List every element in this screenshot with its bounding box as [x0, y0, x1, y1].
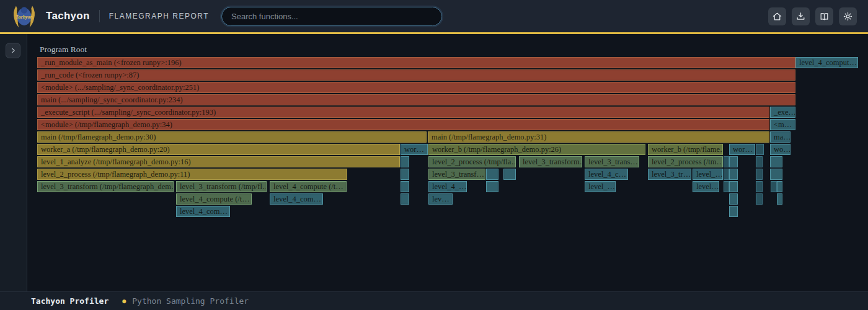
flame-frame[interactable]: level…	[693, 181, 719, 192]
flame-frame[interactable]	[724, 181, 729, 192]
flamegraph-canvas[interactable]: Program Root _run_module_as_main (<froze…	[27, 34, 868, 291]
flame-frame[interactable]: _run_code (<frozen runpy>:87)	[37, 69, 795, 81]
flame-frame[interactable]	[401, 156, 409, 167]
flame-frame[interactable]: main (/tmp/flamegraph_demo.py:30)	[37, 131, 427, 143]
flame-frame[interactable]: <module> (/tmp/flamegraph_demo.py:34)	[37, 119, 769, 130]
report-type-label: FLAMEGRAPH REPORT	[109, 12, 209, 20]
flame-frame[interactable]	[756, 193, 763, 205]
sidebar-expand-button[interactable]	[6, 43, 20, 58]
flame-frame[interactable]: level_1_analyze (/tmp/flamegraph_demo.py…	[37, 156, 400, 167]
flame-frame[interactable]: level_4_compute (/t…	[176, 193, 252, 205]
svg-text:Tachyon: Tachyon	[16, 14, 33, 20]
flame-frame[interactable]: level_3_trans…	[585, 156, 639, 167]
status-app-name: Tachyon Profiler	[31, 296, 108, 306]
flame-frame[interactable]: level_2_process (/tm…	[648, 156, 723, 167]
status-bar: Tachyon Profiler ● Python Sampling Profi…	[0, 291, 868, 310]
flame-frame[interactable]	[756, 169, 763, 180]
flame-frame[interactable]: worker_a (/tmp/flamegraph_demo.py:20)	[37, 144, 400, 155]
flame-frame[interactable]	[486, 169, 498, 180]
status-dot-icon: ●	[122, 298, 126, 304]
flame-frame[interactable]: worker_b (/tmp/flamegraph_demo.py:26)	[428, 144, 645, 155]
app-title: Tachyon	[46, 10, 90, 22]
flame-frame[interactable]: level_3_transform…	[519, 156, 582, 167]
flame-frame[interactable]: <m…	[770, 119, 795, 130]
flame-frame[interactable]	[729, 193, 738, 205]
flame-frame[interactable]	[756, 181, 763, 192]
flame-frame[interactable]: main (/tmp/flamegraph_demo.py:31)	[428, 131, 769, 143]
flame-frame[interactable]: main (.../sampling/_sync_coordinator.py:…	[37, 94, 795, 105]
flame-frame[interactable]	[724, 156, 729, 167]
docs-button[interactable]	[815, 7, 833, 25]
flame-frame[interactable]	[770, 156, 782, 167]
flame-frame[interactable]: lev…	[428, 193, 453, 205]
flame-frame[interactable]	[770, 169, 782, 180]
flame-frame[interactable]	[777, 181, 782, 192]
flame-frame[interactable]: level_4_com…	[270, 193, 323, 205]
flame-frame[interactable]: _execute_script (.../sampling/_sync_coor…	[37, 107, 769, 118]
status-subtitle: Python Sampling Profiler	[132, 296, 249, 306]
flame-frame[interactable]: _exe…	[770, 107, 795, 118]
flame-frame[interactable]: level_4_…	[428, 181, 467, 192]
flame-frame[interactable]	[401, 169, 409, 180]
flame-frame[interactable]	[777, 193, 782, 205]
flame-frame[interactable]: level_4_comput…	[795, 57, 858, 68]
flame-frame[interactable]: wor…	[729, 144, 755, 155]
flame-frame[interactable]: _run_module_as_main (<frozen runpy>:196)	[37, 57, 795, 68]
flame-frame[interactable]	[729, 169, 738, 180]
flame-frame[interactable]: level_2_process (/tmp/flamegraph_demo.py…	[37, 169, 347, 180]
download-button[interactable]	[792, 7, 810, 25]
flame-frame[interactable]: level_3_tr…	[648, 169, 691, 180]
flame-frame[interactable]: level_3_transform (/tmp/flamegraph_dem…	[37, 181, 174, 192]
flame-frame[interactable]: level_4_c…	[585, 169, 628, 180]
chevron-right-icon	[9, 46, 17, 55]
flame-frame[interactable]: worker_b (/tmp/flame…	[648, 144, 723, 155]
header-toolbar	[768, 7, 857, 25]
collapsed-sidebar	[0, 34, 27, 291]
download-icon	[795, 11, 806, 22]
flame-frame[interactable]: level_4_compute (/t…	[270, 181, 347, 192]
flame-frame[interactable]	[401, 181, 409, 192]
flame-frame[interactable]	[756, 144, 764, 155]
flame-frame[interactable]	[503, 169, 516, 180]
flame-frame[interactable]	[729, 181, 738, 192]
flame-frame[interactable]	[401, 193, 409, 205]
flame-frame[interactable]: level_2_process (/tmp/fla…	[428, 156, 516, 167]
header-divider	[99, 10, 100, 22]
flame-frame[interactable]: level_4_com…	[176, 206, 230, 217]
flame-frame[interactable]: level_3_transform (/tmp/fl…	[176, 181, 267, 192]
flame-frame[interactable]: level_3_transf…	[428, 169, 485, 180]
flame-frame[interactable]: <module> (.../sampling/_sync_coordinator…	[37, 82, 795, 93]
flame-frame[interactable]	[729, 156, 738, 167]
flame-frame[interactable]: level_…	[585, 181, 616, 192]
flame-frame[interactable]	[756, 156, 763, 167]
search-input[interactable]	[221, 7, 442, 26]
flame-frame[interactable]: ma…	[770, 131, 790, 143]
book-icon	[819, 11, 830, 22]
flame-frame[interactable]: wo…	[770, 144, 790, 155]
flame-frame[interactable]: wor…	[401, 144, 428, 155]
flame-frame[interactable]	[729, 206, 738, 217]
theme-toggle-button[interactable]	[839, 7, 857, 25]
sun-icon	[843, 11, 853, 22]
tachyon-logo-icon: Tachyon	[11, 3, 37, 29]
home-button[interactable]	[768, 7, 786, 25]
flame-frame[interactable]	[771, 181, 777, 192]
home-icon	[772, 11, 782, 22]
flamegraph-root-label: Program Root	[40, 45, 87, 55]
flame-frame[interactable]	[486, 181, 498, 192]
flame-frame[interactable]: level_…	[693, 169, 723, 180]
flame-frame[interactable]	[724, 169, 729, 180]
app-header: Tachyon Tachyon FLAMEGRAPH REPORT	[0, 0, 868, 32]
